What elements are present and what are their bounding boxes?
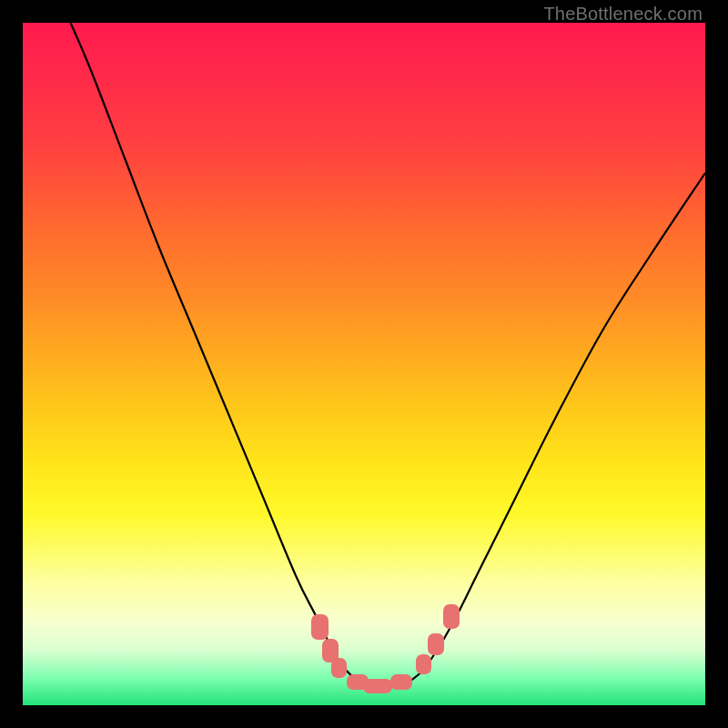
- data-markers-layer: [23, 23, 705, 705]
- data-marker: [363, 679, 392, 694]
- data-marker: [428, 633, 444, 655]
- data-marker: [311, 614, 329, 641]
- data-marker: [416, 654, 431, 675]
- watermark-text: TheBottleneck.com: [543, 4, 703, 25]
- chart-plot-area: [23, 23, 705, 705]
- data-marker: [443, 604, 460, 629]
- data-marker: [390, 674, 412, 690]
- data-marker: [331, 658, 347, 679]
- chart-frame: TheBottleneck.com: [0, 0, 728, 728]
